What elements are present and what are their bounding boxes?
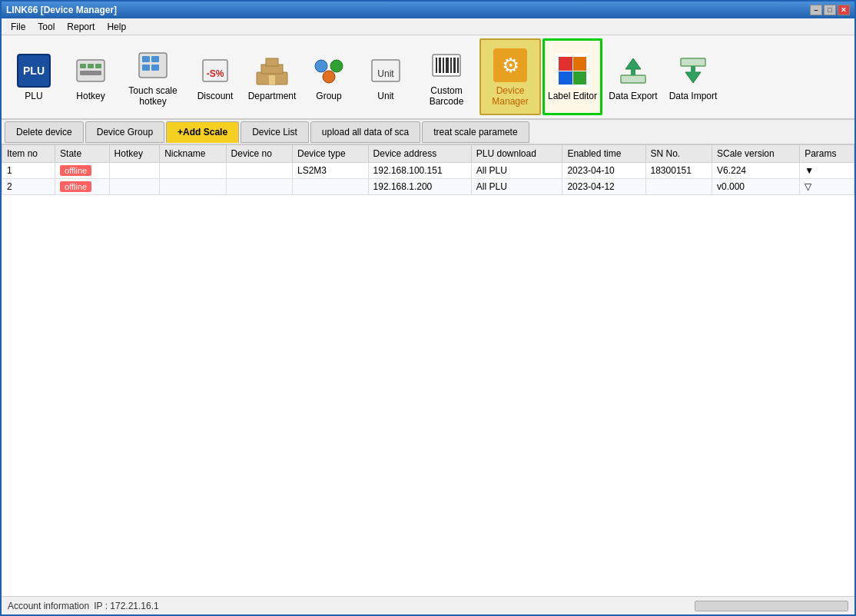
add-scale-button[interactable]: +Add Scale xyxy=(166,121,239,143)
toolbar-touch-button[interactable]: Touch scale hotkey xyxy=(120,38,186,115)
toolbar-barcode-button[interactable]: Custom Barcode xyxy=(415,38,478,115)
toolbar-discount-button[interactable]: -S% Discount xyxy=(187,38,243,115)
menu-file[interactable]: File xyxy=(5,20,32,34)
cell-device-type xyxy=(292,179,368,195)
menu-bar: File Tool Report Help xyxy=(2,18,854,35)
treat-scale-button[interactable]: treat scale paramete xyxy=(422,121,529,143)
svg-rect-2 xyxy=(88,64,94,68)
col-params: Params xyxy=(800,145,854,163)
data-export-label: Data Export xyxy=(609,91,657,101)
menu-tool[interactable]: Tool xyxy=(32,20,61,34)
secondary-toolbar: Delete device Device Group +Add Scale De… xyxy=(2,120,854,144)
device-table: Item no State Hotkey Nickname Device no … xyxy=(2,144,854,195)
horizontal-scrollbar[interactable] xyxy=(695,601,848,611)
cell-state: offline xyxy=(55,163,110,179)
svg-rect-15 xyxy=(269,75,275,84)
group-label: Group xyxy=(316,91,341,101)
cell-device-address: 192.168.1.200 xyxy=(368,179,471,195)
cell-sn-no xyxy=(645,179,712,195)
svg-point-18 xyxy=(323,71,335,83)
cell-nickname xyxy=(160,163,226,179)
device-manager-icon: ⚙ xyxy=(492,47,529,84)
menu-help[interactable]: Help xyxy=(101,20,132,34)
cell-scale-version: V6.224 xyxy=(712,163,799,179)
unit-icon: Unit xyxy=(367,52,404,89)
discount-icon: -S% xyxy=(197,52,234,89)
label-editor-icon xyxy=(554,52,591,89)
discount-label: Discount xyxy=(197,91,234,101)
data-import-icon xyxy=(675,52,712,89)
menu-report[interactable]: Report xyxy=(61,20,101,34)
col-plu-download: PLU download xyxy=(471,145,562,163)
group-icon xyxy=(310,52,347,89)
department-icon xyxy=(254,52,290,89)
department-label: Department xyxy=(248,91,297,101)
col-nickname: Nickname xyxy=(160,145,226,163)
close-button[interactable]: ✕ xyxy=(838,5,850,15)
toolbar-data-export-button[interactable]: Data Export xyxy=(604,38,662,115)
cell-hotkey xyxy=(109,179,160,195)
unit-label: Unit xyxy=(377,91,393,101)
toolbar-department-button[interactable]: Department xyxy=(244,38,300,115)
cell-plu-download: All PLU xyxy=(471,163,562,179)
cell-params: ▽ xyxy=(800,179,854,195)
plu-icon: PLU xyxy=(15,52,52,89)
hotkey-label: Hotkey xyxy=(76,91,105,101)
svg-rect-24 xyxy=(443,58,444,73)
device-list-button[interactable]: Device List xyxy=(241,121,309,143)
svg-text:Unit: Unit xyxy=(377,68,394,79)
device-group-button[interactable]: Device Group xyxy=(85,121,164,143)
svg-rect-9 xyxy=(151,65,159,71)
status-bar-scroll xyxy=(159,601,848,611)
title-bar-controls: – □ ✕ xyxy=(810,5,850,15)
toolbar: PLU PLU Hotkey xyxy=(2,35,854,120)
svg-rect-31 xyxy=(631,68,635,75)
cell-device-type: LS2M3 xyxy=(292,163,368,179)
upload-all-button[interactable]: upload all data of sca xyxy=(310,121,420,143)
svg-rect-3 xyxy=(95,64,101,68)
toolbar-label-editor-button[interactable]: Label Editor xyxy=(542,38,602,115)
toolbar-plu-button[interactable]: PLU PLU xyxy=(6,38,61,115)
hotkey-icon xyxy=(72,52,109,89)
touch-icon xyxy=(134,47,171,84)
device-table-body: 1offlineLS2M3192.168.100.151All PLU2023-… xyxy=(2,163,854,195)
col-device-no: Device no xyxy=(226,145,292,163)
main-content: Item no State Hotkey Nickname Device no … xyxy=(2,144,854,195)
plu-label: PLU xyxy=(25,91,42,101)
toolbar-group-button[interactable]: Group xyxy=(301,38,357,115)
cell-sn-no: 18300151 xyxy=(645,163,712,179)
col-device-type: Device type xyxy=(292,145,368,163)
cell-enabled-time: 2023-04-12 xyxy=(562,179,645,195)
col-device-address: Device address xyxy=(368,145,471,163)
cell-device-address: 192.168.100.151 xyxy=(368,163,471,179)
svg-rect-32 xyxy=(681,58,705,66)
barcode-label: Custom Barcode xyxy=(417,85,476,107)
cell-scale-version: v0.000 xyxy=(712,179,799,195)
account-label: Account information xyxy=(8,601,89,611)
touch-label: Touch scale hotkey xyxy=(122,85,184,107)
toolbar-device-manager-button[interactable]: ⚙ Device Manager xyxy=(479,38,541,115)
svg-rect-26 xyxy=(450,58,452,73)
toolbar-hotkey-button[interactable]: Hotkey xyxy=(63,38,118,115)
toolbar-data-import-button[interactable]: Data Import xyxy=(664,38,722,115)
svg-point-16 xyxy=(315,60,327,72)
device-manager-label: Device Manager xyxy=(483,85,538,107)
col-sn-no: SN No. xyxy=(645,145,712,163)
svg-rect-1 xyxy=(80,64,86,68)
toolbar-unit-button[interactable]: Unit Unit xyxy=(358,38,413,115)
maximize-button[interactable]: □ xyxy=(824,5,836,15)
delete-device-button[interactable]: Delete device xyxy=(5,121,84,143)
svg-rect-25 xyxy=(446,58,449,73)
col-hotkey: Hotkey xyxy=(109,145,160,163)
cell-hotkey xyxy=(109,163,160,179)
col-enabled-time: Enabled time xyxy=(562,145,645,163)
cell-item-no: 2 xyxy=(2,179,55,195)
svg-rect-6 xyxy=(142,56,150,62)
minimize-button[interactable]: – xyxy=(810,5,822,15)
svg-marker-33 xyxy=(685,72,701,83)
col-scale-version: SCale version xyxy=(712,145,799,163)
label-editor-label: Label Editor xyxy=(548,91,597,101)
table-row[interactable]: 1offlineLS2M3192.168.100.151All PLU2023-… xyxy=(2,163,854,179)
table-row[interactable]: 2offline192.168.1.200All PLU2023-04-12v0… xyxy=(2,179,854,195)
svg-rect-27 xyxy=(453,58,456,73)
